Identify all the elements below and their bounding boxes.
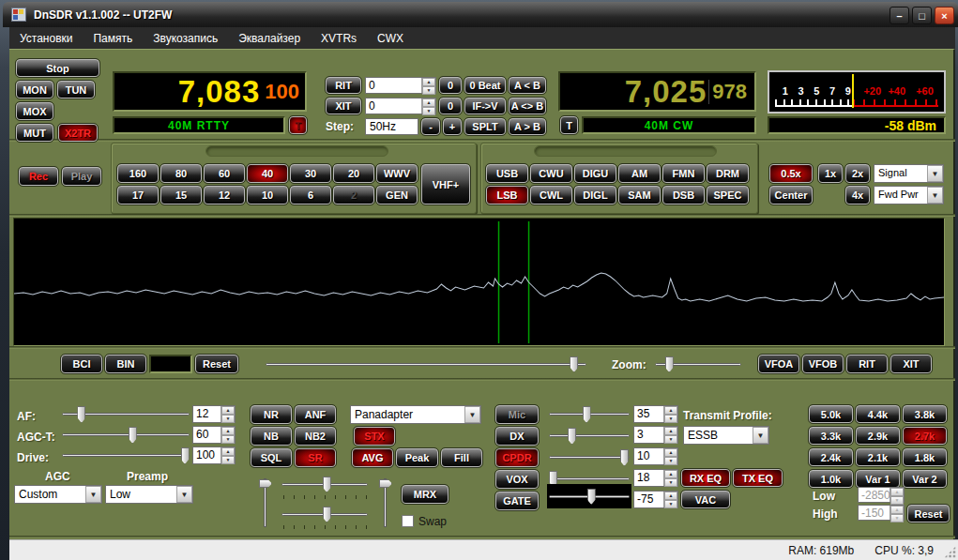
drive-down-icon[interactable]: ▼ xyxy=(221,456,235,464)
gate-up-icon[interactable]: ▲ xyxy=(664,492,677,500)
cursor-vfob-button[interactable]: VFOB xyxy=(802,355,844,373)
mic-spinner[interactable]: 35 ▲▼ xyxy=(633,405,678,423)
mode-cwl-button[interactable]: CWL xyxy=(530,186,572,204)
dropdown-arrow-icon[interactable]: ▼ xyxy=(927,187,943,204)
mon-button[interactable]: MON xyxy=(16,81,53,98)
close-button[interactable]: × xyxy=(935,7,954,24)
filter-24k-button[interactable]: 2.4k xyxy=(809,448,853,466)
transmit-profile-combo[interactable]: ESSB ▼ xyxy=(683,426,769,445)
drive-slider[interactable] xyxy=(62,447,190,464)
stx-button[interactable]: STX xyxy=(354,427,395,446)
center-button[interactable]: Center xyxy=(769,186,813,204)
mode-am-button[interactable]: AM xyxy=(618,164,661,183)
sql-button[interactable]: SQL xyxy=(251,448,292,467)
filter-var2-button[interactable]: Var 2 xyxy=(903,470,947,488)
zoom-4x-button[interactable]: 4x xyxy=(845,186,870,204)
drive-spinner[interactable]: 100 ▲▼ xyxy=(192,446,236,464)
sr-button[interactable]: SR xyxy=(295,448,336,467)
display-offset-slider[interactable] xyxy=(266,356,586,372)
vfo-b-frequency-display[interactable]: 7,025 978 xyxy=(558,71,756,112)
pan-reset-button[interactable]: Reset xyxy=(195,355,238,373)
dx-up-icon[interactable]: ▲ xyxy=(664,427,677,435)
rit-zero-button[interactable]: 0 xyxy=(439,77,462,94)
menu-zvukozapis[interactable]: Звукозапись xyxy=(143,32,228,45)
filter-low-spinner[interactable]: -2850 ▲▼ xyxy=(858,487,905,503)
rit-spinner[interactable]: 0 ▲▼ xyxy=(365,77,436,94)
zoom-2x-button[interactable]: 2x xyxy=(845,164,870,183)
vox-up-icon[interactable]: ▲ xyxy=(664,470,677,478)
band-80-button[interactable]: 80 xyxy=(160,164,202,183)
dropdown-arrow-icon[interactable]: ▼ xyxy=(464,406,480,423)
vfo-a-frequency-display[interactable]: 7,083 100 xyxy=(113,71,307,112)
dx-button[interactable]: DX xyxy=(495,427,539,446)
fill-button[interactable]: Fill xyxy=(441,448,482,467)
high-up-icon[interactable]: ▲ xyxy=(890,506,904,514)
cpdr-slider[interactable] xyxy=(549,449,630,466)
mrx-button[interactable]: MRX xyxy=(402,485,449,504)
panadapter-display[interactable] xyxy=(13,218,945,346)
avg-button[interactable]: AVG xyxy=(352,448,393,467)
band-12-button[interactable]: 12 xyxy=(204,186,245,204)
gate-button[interactable]: GATE xyxy=(495,492,539,510)
dx-down-icon[interactable]: ▼ xyxy=(664,435,677,444)
step-value-box[interactable]: 50Hz xyxy=(365,118,418,135)
vfo-a-t-button[interactable]: T xyxy=(289,116,307,134)
af-down-icon[interactable]: ▼ xyxy=(221,415,235,423)
xit-zero-button[interactable]: 0 xyxy=(439,98,462,114)
cpdr-spinner[interactable]: 10 ▲▼ xyxy=(633,447,678,465)
high-down-icon[interactable]: ▼ xyxy=(890,514,904,522)
anf-button[interactable]: ANF xyxy=(295,405,336,424)
rit-down-icon[interactable]: ▼ xyxy=(422,86,435,95)
dropdown-arrow-icon[interactable]: ▼ xyxy=(176,486,192,503)
filter-27k-button[interactable]: 2.7k xyxy=(903,427,947,445)
mic-up-icon[interactable]: ▲ xyxy=(664,406,677,415)
title-bar[interactable]: DnSDR v1.1.002 -- UT2FW – □ × xyxy=(3,2,958,27)
pan-left-vslider[interactable] xyxy=(259,478,272,527)
xit-button[interactable]: XIT xyxy=(326,98,361,114)
nb2-button[interactable]: NB2 xyxy=(295,427,336,446)
mode-spec-button[interactable]: SPEC xyxy=(707,186,749,204)
band-17-button[interactable]: 17 xyxy=(117,186,159,204)
mode-sam-button[interactable]: SAM xyxy=(618,186,661,204)
cpdr-button[interactable]: CPDR xyxy=(495,448,539,467)
meter-source-combo[interactable]: Signal ▼ xyxy=(874,164,944,183)
band-30-button[interactable]: 30 xyxy=(290,164,331,183)
filter-var1-button[interactable]: Var 1 xyxy=(856,470,900,488)
tun-button[interactable]: TUN xyxy=(57,81,95,98)
mode-lsb-button[interactable]: LSB xyxy=(486,186,528,204)
dropdown-arrow-icon[interactable]: ▼ xyxy=(753,427,768,444)
band-10-button[interactable]: 10 xyxy=(247,186,288,204)
resize-grip-icon[interactable] xyxy=(944,546,956,558)
nr-button[interactable]: NR xyxy=(251,405,292,424)
low-down-icon[interactable]: ▼ xyxy=(890,496,904,505)
band-6-button[interactable]: 6 xyxy=(290,186,331,204)
split-button[interactable]: SPLT xyxy=(464,118,506,135)
a-less-b-button[interactable]: A < B xyxy=(509,77,546,94)
cursor-xit-button[interactable]: XIT xyxy=(890,355,932,373)
vfo-b-t-button[interactable]: T xyxy=(560,116,578,134)
xit-spinner[interactable]: 0 ▲▼ xyxy=(365,98,436,114)
mic-slider[interactable] xyxy=(549,406,630,423)
menu-pamyat[interactable]: Память xyxy=(83,32,143,45)
filter-18k-button[interactable]: 1.8k xyxy=(903,448,947,466)
low-up-icon[interactable]: ▲ xyxy=(890,488,904,496)
dropdown-arrow-icon[interactable]: ▼ xyxy=(85,486,101,503)
menu-ustanovki[interactable]: Установки xyxy=(9,32,83,45)
menu-cwx[interactable]: CWX xyxy=(367,32,414,45)
band-15-button[interactable]: 15 xyxy=(160,186,202,204)
drive-up-icon[interactable]: ▲ xyxy=(221,447,235,456)
agct-up-icon[interactable]: ▲ xyxy=(221,427,235,435)
pan-bottom-slider[interactable] xyxy=(281,507,368,522)
minimize-button[interactable]: – xyxy=(890,7,909,24)
step-plus-button[interactable]: + xyxy=(443,118,462,135)
a-greater-b-button[interactable]: A > B xyxy=(509,118,546,135)
band-vhf-button[interactable]: VHF+ xyxy=(421,164,470,204)
mic-button[interactable]: Mic xyxy=(495,405,539,424)
filter-reset-button[interactable]: Reset xyxy=(907,505,950,522)
agct-spinner[interactable]: 60 ▲▼ xyxy=(192,426,236,444)
rx-eq-button[interactable]: RX EQ xyxy=(681,469,730,487)
nb-button[interactable]: NB xyxy=(251,427,292,446)
mic-down-icon[interactable]: ▼ xyxy=(664,415,677,423)
play-button[interactable]: Play xyxy=(62,167,101,186)
rit-button[interactable]: RIT xyxy=(326,77,361,94)
